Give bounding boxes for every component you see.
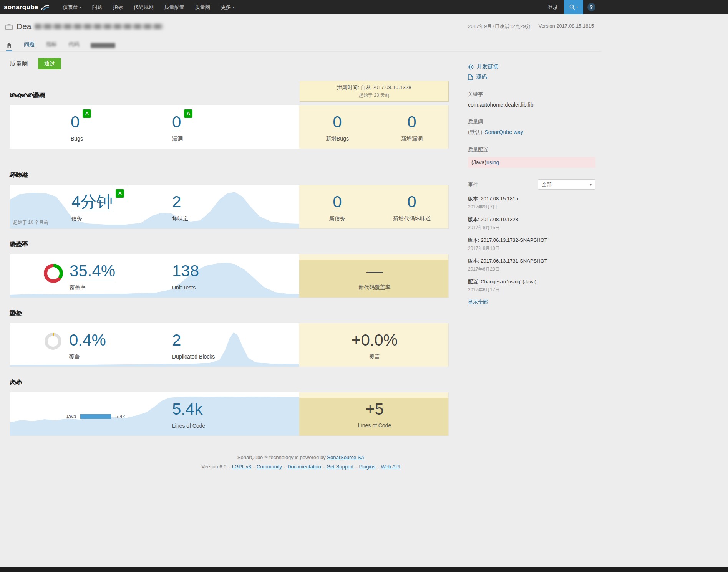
tab-code[interactable]: 代码 — [68, 41, 79, 51]
quality-gate-prefix: (默认) — [468, 129, 482, 135]
footer-separator: - — [253, 464, 255, 470]
rating-a-badge: A — [184, 109, 192, 118]
event-date: 2017年6月17日 — [468, 287, 595, 293]
login-link[interactable]: 登录 — [542, 0, 564, 14]
tab-redacted[interactable] — [91, 43, 115, 51]
nav-item-quality-profiles[interactable]: 质量配置 — [159, 0, 190, 14]
measure-debt: 4分钟A 债务 — [71, 193, 124, 222]
measure-code-smells: 2 坏味道 — [172, 193, 188, 222]
measure-coverage: 35.4% 覆盖率 — [44, 263, 115, 291]
coverage-value[interactable]: 35.4% — [70, 263, 115, 280]
quality-profile-label: 质量配置 — [468, 146, 595, 153]
event-item: 版本: 2017.08.15.1815 2017年9月7日 — [468, 195, 595, 210]
tab-measures[interactable]: 指标 — [46, 41, 57, 51]
show-all-link[interactable]: 显示全部 — [468, 299, 488, 306]
code-smells-value[interactable]: 2 — [172, 193, 181, 211]
section-title-code-smells: 坏味道 — [10, 171, 28, 179]
duplications-card: 0.4% 覆盖 2 Duplicated Blocks +0.0% 覆盖 — [10, 323, 449, 367]
bugs-value[interactable]: 0 — [71, 114, 80, 131]
unit-tests-value[interactable]: 138 — [172, 263, 199, 280]
project-tabs: 问题 指标 代码 — [5, 38, 594, 51]
nav-item-rules[interactable]: 代码规则 — [128, 0, 159, 14]
measure-label: 覆盖 — [300, 353, 449, 360]
event-date: 2017年8月15日 — [468, 225, 595, 231]
bugs-card: 0A Bugs 0A 漏洞 0 新增Bugs 0 — [10, 105, 449, 149]
nav-item-issues[interactable]: 问题 — [87, 0, 108, 14]
event-item: 配置: Changes in 'using' (Java) 2017年6月17日 — [468, 278, 595, 293]
page: Dea 2017年9月7日凌晨12点29分 Version 2017.08.15… — [0, 14, 602, 486]
footer-link-get-support[interactable]: Get Support — [327, 464, 353, 470]
measure-label: Duplicated Blocks — [172, 354, 215, 360]
measure-label: 债务 — [71, 215, 124, 222]
source-link[interactable]: 源码 — [468, 74, 595, 81]
leak-period-line2: 起始于 23 天前 — [302, 92, 446, 99]
new-debt-value[interactable]: 0 — [333, 193, 342, 211]
measure-label: Lines of Code — [300, 422, 449, 428]
new-vulnerabilities-value[interactable]: 0 — [407, 114, 416, 131]
quality-profile-link[interactable]: using — [486, 159, 499, 165]
nav-item-label: 问题 — [92, 4, 102, 11]
measure-label: Lines of Code — [172, 423, 205, 429]
measure-label: 坏味道 — [172, 215, 188, 222]
measure-duplicated-blocks: 2 Duplicated Blocks — [172, 332, 215, 360]
footer-link-documentation[interactable]: Documentation — [287, 464, 321, 470]
language-value: 5.4k — [115, 413, 125, 419]
section-title-coverage: 覆盖率 — [10, 240, 28, 248]
tab-label: 问题 — [24, 41, 35, 48]
language-bar — [80, 414, 111, 419]
nav-item-label: 质量阈 — [195, 4, 210, 11]
nav-item-quality-gates[interactable]: 质量阈 — [190, 0, 216, 14]
nav-item-more[interactable]: 更多 ▾ — [216, 0, 240, 14]
section-title-size: 大小 — [10, 379, 22, 387]
events-header: 事件 全部 ▾ — [468, 179, 595, 190]
search-button[interactable]: ▾ — [564, 0, 583, 14]
nav-item-dashboards[interactable]: 仪表盘 ▾ — [58, 0, 87, 14]
language-name: Java — [66, 413, 76, 419]
tab-issues[interactable]: 问题 — [24, 41, 35, 51]
footer-link-web-api[interactable]: Web API — [381, 464, 400, 470]
quality-gate-label: 质量阈 — [10, 60, 28, 68]
nav-item-label: 指标 — [113, 4, 123, 11]
new-bugs-value[interactable]: 0 — [333, 114, 342, 131]
redacted-text — [35, 24, 163, 29]
debt-value[interactable]: 4分钟 — [71, 193, 113, 211]
footer-separator: - — [377, 464, 379, 470]
footer-separator: - — [228, 464, 230, 470]
dev-links-link[interactable]: 开发链接 — [468, 63, 595, 70]
footer-link-lgpl[interactable]: LGPL v3 — [232, 464, 251, 470]
nav-item-label: 更多 — [221, 4, 231, 11]
powered-by-text: SonarQube™ technology is powered by — [237, 455, 326, 460]
measure-label: 新增代码坏味道 — [375, 215, 449, 222]
events-filter-value: 全部 — [542, 181, 552, 188]
new-code-smells-value[interactable]: 0 — [407, 193, 416, 211]
event-item: 版本: 2017.06.13.1731-SNAPSHOT 2017年6月23日 — [468, 258, 595, 273]
tab-overview[interactable] — [6, 42, 12, 51]
duplications-value[interactable]: 0.4% — [69, 332, 106, 349]
help-button[interactable]: ? — [583, 0, 599, 14]
nav-item-measures[interactable]: 指标 — [108, 0, 128, 14]
sonarsource-link[interactable]: SonarSource SA — [327, 455, 364, 460]
measure-lines-of-code: 5.4k Lines of Code — [172, 401, 205, 429]
project-name: Dea — [17, 22, 163, 31]
footer-link-community[interactable]: Community — [257, 464, 282, 470]
chevron-down-icon: ▾ — [80, 5, 81, 9]
duplicated-blocks-value[interactable]: 2 — [172, 332, 181, 349]
measure-unit-tests: 138 Unit Tests — [172, 263, 199, 291]
measure-label: 新增Bugs — [300, 136, 375, 142]
measure-duplications: 0.4% 覆盖 — [45, 332, 106, 360]
event-name: 配置: Changes in 'using' (Java) — [468, 278, 595, 285]
version-label: Version 2017.08.15.1815 — [538, 23, 594, 30]
lines-of-code-value[interactable]: 5.4k — [172, 401, 202, 418]
events-filter-select[interactable]: 全部 ▾ — [538, 179, 595, 190]
quality-gate-link[interactable]: SonarQube way — [484, 129, 523, 135]
home-icon — [6, 42, 12, 48]
measure-label: Bugs — [71, 136, 91, 142]
sonarqube-logo[interactable]: sonarqube — [4, 0, 49, 14]
vulnerabilities-value[interactable]: 0 — [172, 114, 181, 131]
nav-right: 登录 ▾ ? — [542, 0, 599, 14]
footer-link-plugins[interactable]: Plugins — [359, 464, 375, 470]
section-bugs: Bugs & 漏洞 泄露时间: 自从 2017.08.10.1328 起始于 2… — [10, 81, 449, 149]
since-note: 起始于 10 个月前 — [13, 219, 48, 226]
footer-separator: - — [355, 464, 357, 470]
leak-period-line1: 泄露时间: 自从 2017.08.10.1328 — [302, 84, 446, 91]
